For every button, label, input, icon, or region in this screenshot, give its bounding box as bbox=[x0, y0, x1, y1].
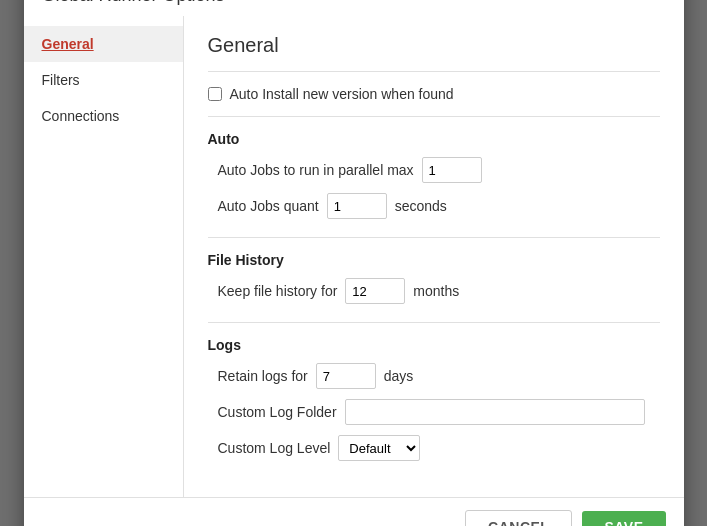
auto-parallel-row: Auto Jobs to run in parallel max bbox=[208, 157, 660, 183]
logs-section: Logs Retain logs for days Custom Log Fol… bbox=[208, 337, 660, 461]
retain-logs-label: Retain logs for bbox=[218, 368, 308, 384]
auto-install-label: Auto Install new version when found bbox=[230, 86, 454, 102]
sidebar: General Filters Connections bbox=[24, 16, 184, 497]
file-history-divider bbox=[208, 237, 660, 238]
auto-install-checkbox[interactable] bbox=[208, 87, 222, 101]
custom-log-level-label: Custom Log Level bbox=[218, 440, 331, 456]
section-title: General bbox=[208, 34, 660, 57]
retain-logs-row: Retain logs for days bbox=[208, 363, 660, 389]
file-history-section: File History Keep file history for month… bbox=[208, 252, 660, 304]
custom-log-folder-label: Custom Log Folder bbox=[218, 404, 337, 420]
dialog-footer: CANCEL SAVE bbox=[24, 497, 684, 526]
sidebar-item-general[interactable]: General bbox=[24, 26, 183, 62]
auto-divider bbox=[208, 116, 660, 117]
sidebar-item-connections[interactable]: Connections bbox=[24, 98, 183, 134]
save-button[interactable]: SAVE bbox=[582, 511, 665, 526]
file-history-title: File History bbox=[208, 252, 660, 268]
auto-parallel-label: Auto Jobs to run in parallel max bbox=[218, 162, 414, 178]
auto-quant-unit: seconds bbox=[395, 198, 447, 214]
file-history-label: Keep file history for bbox=[218, 283, 338, 299]
logs-title: Logs bbox=[208, 337, 660, 353]
auto-quant-row: Auto Jobs quant seconds bbox=[208, 193, 660, 219]
dialog: Global Runner Options × General Filters … bbox=[24, 0, 684, 526]
custom-log-folder-row: Custom Log Folder bbox=[208, 399, 660, 425]
dialog-header: Global Runner Options × bbox=[24, 0, 684, 16]
auto-install-row: Auto Install new version when found bbox=[208, 86, 660, 102]
dialog-body: General Filters Connections General Auto… bbox=[24, 16, 684, 497]
auto-quant-label: Auto Jobs quant bbox=[218, 198, 319, 214]
auto-section: Auto Auto Jobs to run in parallel max Au… bbox=[208, 131, 660, 219]
file-history-input[interactable] bbox=[345, 278, 405, 304]
retain-logs-input[interactable] bbox=[316, 363, 376, 389]
auto-section-title: Auto bbox=[208, 131, 660, 147]
file-history-row: Keep file history for months bbox=[208, 278, 660, 304]
section-divider bbox=[208, 71, 660, 72]
content-area: General Auto Install new version when fo… bbox=[184, 16, 684, 497]
custom-log-level-row: Custom Log Level Default Debug Info Warn… bbox=[208, 435, 660, 461]
logs-divider bbox=[208, 322, 660, 323]
file-history-unit: months bbox=[413, 283, 459, 299]
cancel-button[interactable]: CANCEL bbox=[465, 510, 572, 526]
sidebar-item-filters[interactable]: Filters bbox=[24, 62, 183, 98]
close-button[interactable]: × bbox=[643, 0, 666, 6]
custom-log-folder-input[interactable] bbox=[345, 399, 645, 425]
auto-quant-input[interactable] bbox=[327, 193, 387, 219]
dialog-title: Global Runner Options bbox=[42, 0, 225, 6]
retain-logs-unit: days bbox=[384, 368, 414, 384]
custom-log-level-select[interactable]: Default Debug Info Warning Error bbox=[338, 435, 420, 461]
auto-parallel-input[interactable] bbox=[422, 157, 482, 183]
